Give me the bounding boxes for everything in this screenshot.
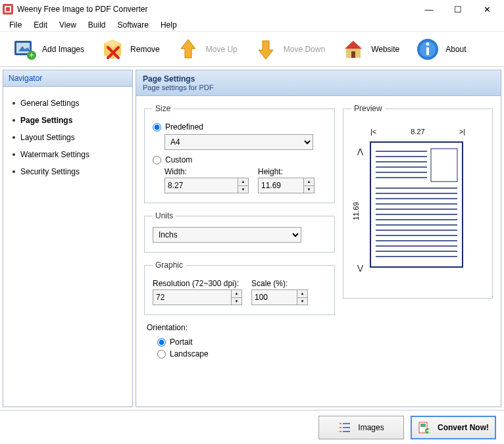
bullet-icon (13, 102, 15, 105)
nav-layout-settings[interactable]: Layout Settings (6, 129, 130, 146)
content-panel: Page Settings Page settings for PDF Size… (136, 70, 501, 407)
svg-text:>|: >| (459, 128, 465, 136)
spin-down-icon[interactable]: ▼ (231, 298, 241, 305)
svg-rect-22 (431, 149, 457, 182)
add-images-button[interactable]: + Add Images (4, 32, 92, 66)
footer: Images Convert Now! (0, 410, 504, 444)
svg-rect-50 (420, 424, 426, 427)
menu-view[interactable]: View (54, 19, 82, 31)
graphic-legend: Graphic (153, 260, 186, 270)
nav-watermark-settings[interactable]: Watermark Settings (6, 146, 130, 163)
width-input[interactable]: ▲▼ (164, 178, 249, 193)
nav-page-settings[interactable]: Page Settings (6, 112, 130, 129)
spin-down-icon[interactable]: ▼ (238, 186, 248, 193)
about-button[interactable]: About (407, 32, 474, 66)
portrait-radio[interactable] (157, 338, 166, 347)
svg-text:⋁: ⋁ (357, 264, 364, 272)
predefined-radio[interactable] (153, 123, 161, 132)
remove-button[interactable]: Remove (92, 32, 168, 66)
svg-marker-9 (345, 41, 362, 49)
menu-edit[interactable]: Edit (28, 19, 53, 31)
move-up-button[interactable]: Move Up (168, 32, 245, 66)
predefined-label: Predefined (165, 122, 203, 132)
height-label: Height: (258, 167, 315, 176)
website-icon (341, 37, 366, 62)
convert-label: Convert Now! (438, 423, 489, 432)
svg-text:11.69: 11.69 (352, 202, 360, 220)
orientation-title: Orientation: (147, 323, 335, 332)
svg-point-14 (426, 42, 430, 45)
svg-rect-46 (343, 427, 350, 428)
svg-text:8.27: 8.27 (411, 128, 424, 136)
portrait-label: Portait (170, 337, 193, 347)
move-up-label: Move Up (206, 45, 238, 54)
units-group: Units Inchs (144, 211, 335, 253)
bullet-icon (13, 153, 15, 156)
units-legend: Units (153, 211, 176, 220)
spin-up-icon[interactable]: ▲ (303, 178, 314, 186)
preview-group: Preview |< 8.27 >| ⋀ 11.69 ⋁ (343, 104, 493, 299)
svg-rect-10 (351, 51, 355, 58)
page-subtitle: Page settings for PDF (143, 84, 494, 91)
bullet-icon (13, 170, 15, 173)
menu-file[interactable]: File (4, 19, 27, 31)
spin-down-icon[interactable]: ▼ (303, 186, 314, 193)
preview-legend: Preview (351, 104, 385, 113)
menu-build[interactable]: Build (83, 19, 111, 31)
graphic-group: Graphic Resolution (72~300 dpi): ▲▼ Scal… (144, 260, 335, 315)
move-down-icon (253, 37, 278, 62)
preset-select[interactable]: A4 (164, 134, 313, 150)
scale-label: Scale (%): (251, 279, 308, 288)
convert-button[interactable]: Convert Now! (411, 416, 496, 439)
landscape-radio[interactable] (157, 350, 166, 358)
website-label: Website (371, 45, 399, 54)
add-images-icon: + (12, 37, 37, 62)
move-down-label: Move Down (284, 45, 325, 54)
remove-icon (100, 37, 125, 62)
spin-down-icon[interactable]: ▼ (297, 298, 307, 305)
svg-rect-44 (343, 423, 350, 424)
resolution-input[interactable]: ▲▼ (153, 289, 242, 305)
page-title: Page Settings (143, 74, 494, 84)
remove-label: Remove (130, 45, 160, 54)
resolution-label: Resolution (72~300 dpi): (153, 279, 242, 288)
nav-security-settings[interactable]: Security Settings (6, 163, 130, 180)
menu-software[interactable]: Software (113, 19, 154, 31)
toolbar: + Add Images Remove Move Up Move Down We… (0, 32, 504, 67)
units-select[interactable]: Inchs (153, 227, 301, 243)
move-up-icon (176, 37, 201, 62)
svg-rect-13 (426, 47, 429, 55)
website-button[interactable]: Website (333, 32, 407, 66)
scale-input[interactable]: ▲▼ (251, 289, 308, 305)
images-button[interactable]: Images (318, 416, 404, 439)
svg-text:|<: |< (370, 128, 376, 136)
bullet-icon (13, 136, 15, 139)
navigator-panel: Navigator General Settings Page Settings… (3, 70, 133, 407)
content-header: Page Settings Page settings for PDF (136, 70, 501, 96)
spin-up-icon[interactable]: ▲ (238, 178, 248, 186)
close-button[interactable]: ✕ (472, 1, 501, 18)
nav-general-settings[interactable]: General Settings (6, 95, 130, 112)
preview-page-icon: |< 8.27 >| ⋀ 11.69 ⋁ (352, 122, 484, 287)
svg-rect-48 (343, 431, 350, 432)
svg-rect-47 (340, 431, 341, 432)
move-down-button[interactable]: Move Down (245, 32, 333, 66)
minimize-button[interactable]: — (415, 1, 443, 18)
svg-rect-2 (6, 7, 10, 11)
spin-up-icon[interactable]: ▲ (297, 290, 307, 298)
menu-help[interactable]: Help (155, 19, 182, 31)
menubar: File Edit View Build Software Help (0, 18, 504, 32)
svg-text:⋀: ⋀ (357, 147, 364, 156)
bullet-icon (13, 119, 15, 122)
landscape-label: Landscape (170, 349, 209, 358)
custom-radio[interactable] (153, 156, 161, 164)
svg-rect-43 (340, 423, 341, 424)
app-icon (3, 4, 13, 14)
width-label: Width: (164, 167, 249, 176)
images-label: Images (358, 423, 384, 432)
height-input[interactable]: ▲▼ (258, 178, 315, 193)
spin-up-icon[interactable]: ▲ (231, 290, 241, 298)
maximize-button[interactable]: ☐ (443, 1, 472, 18)
orientation-group: Orientation: Portait Landscape (147, 323, 335, 358)
window-title: Weeny Free Image to PDF Converter (17, 5, 415, 14)
